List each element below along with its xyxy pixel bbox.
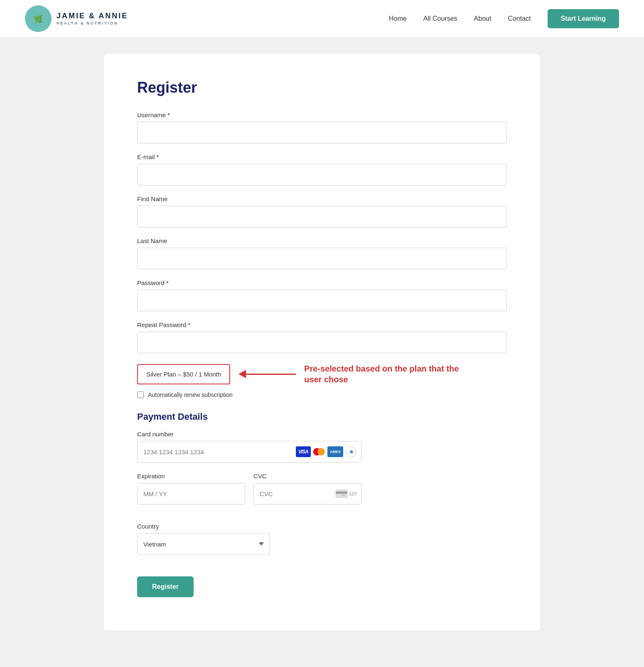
amex-icon: AMEX: [327, 446, 343, 457]
repeat-password-group: Repeat Password *: [137, 321, 507, 353]
auto-renew-label[interactable]: Automatically renew subscription: [148, 391, 233, 398]
arrow-body: [246, 374, 296, 375]
cvc-label: CVC: [253, 473, 361, 480]
svg-text:🌿: 🌿: [34, 15, 43, 24]
cvc-card-svg: [336, 490, 347, 498]
nav-home[interactable]: Home: [389, 15, 407, 22]
cvc-input-wrapper: 123: [253, 483, 361, 505]
repeat-password-label: Repeat Password *: [137, 321, 507, 328]
card-number-label: Card number: [137, 431, 361, 438]
arrow-head-icon: [238, 370, 246, 378]
diners-icon: ⊕: [346, 446, 356, 457]
plan-selector[interactable]: Silver Plan – $50 / 1 Month: [137, 364, 230, 384]
payment-section: Payment Details Card number VISA AMEX ⊕: [137, 411, 507, 597]
first-name-input[interactable]: [137, 206, 507, 227]
nav-all-courses[interactable]: All Courses: [423, 15, 457, 22]
cvc-group: CVC 123: [253, 473, 361, 505]
nav-about[interactable]: About: [474, 15, 492, 22]
logo-circle: 🌿: [25, 5, 52, 32]
last-name-group: Last Name: [137, 237, 507, 269]
expiry-input[interactable]: [137, 483, 245, 505]
expiry-group: Expiration: [137, 473, 245, 505]
register-button[interactable]: Register: [137, 576, 194, 597]
first-name-group: First Name: [137, 195, 507, 227]
auto-renew-group: Automatically renew subscription: [137, 391, 507, 398]
annotation-text: Pre-selected based on the plan that the …: [304, 363, 479, 385]
register-card: Register Username * E-mail * First Name …: [104, 54, 540, 630]
country-label: Country: [137, 523, 507, 530]
cvc-number: 123: [349, 491, 356, 496]
mc-right-circle: [317, 448, 325, 455]
password-group: Password *: [137, 279, 507, 311]
country-group: Country Vietnam United States United Kin…: [137, 523, 507, 555]
last-name-label: Last Name: [137, 237, 507, 244]
card-number-wrapper: VISA AMEX ⊕: [137, 441, 361, 463]
payment-title: Payment Details: [137, 411, 507, 422]
logo-icon: 🌿: [31, 11, 46, 26]
logo-name: JAMIE & ANNIE: [57, 12, 128, 20]
email-input[interactable]: [137, 164, 507, 185]
email-group: E-mail *: [137, 153, 507, 185]
start-learning-button[interactable]: Start Learning: [548, 9, 619, 28]
logo-text: JAMIE & ANNIE HEALTH & NUTRITION: [57, 12, 128, 25]
username-input[interactable]: [137, 122, 507, 143]
username-group: Username *: [137, 111, 507, 143]
visa-icon: VISA: [296, 446, 311, 457]
page-wrapper: Register Username * E-mail * First Name …: [0, 37, 644, 667]
expiry-cvc-row: Expiration CVC 123: [137, 473, 361, 514]
password-input[interactable]: [137, 290, 507, 311]
password-label: Password *: [137, 279, 507, 286]
plan-annotation-row: Silver Plan – $50 / 1 Month Pre-selected…: [137, 363, 507, 385]
svg-rect-3: [342, 495, 346, 496]
mastercard-icon: [313, 448, 325, 455]
cvc-card-icon: 123: [336, 490, 356, 498]
card-icons: VISA AMEX ⊕: [296, 446, 356, 457]
repeat-password-input[interactable]: [137, 332, 507, 353]
card-number-group: Card number VISA AMEX ⊕: [137, 431, 361, 463]
email-label: E-mail *: [137, 153, 507, 160]
page-title: Register: [137, 79, 507, 96]
logo[interactable]: 🌿 JAMIE & ANNIE HEALTH & NUTRITION: [25, 5, 128, 32]
nav-contact[interactable]: Contact: [508, 15, 531, 22]
username-label: Username *: [137, 111, 507, 118]
country-select[interactable]: Vietnam United States United Kingdom Aus…: [137, 533, 270, 555]
auto-renew-checkbox[interactable]: [137, 391, 144, 398]
arrow-annotation: [238, 370, 296, 378]
svg-rect-2: [336, 492, 347, 494]
first-name-label: First Name: [137, 195, 507, 202]
main-nav: Home All Courses About Contact Start Lea…: [389, 9, 619, 28]
expiry-label: Expiration: [137, 473, 245, 480]
logo-subtext: HEALTH & NUTRITION: [57, 21, 128, 25]
last-name-input[interactable]: [137, 248, 507, 269]
